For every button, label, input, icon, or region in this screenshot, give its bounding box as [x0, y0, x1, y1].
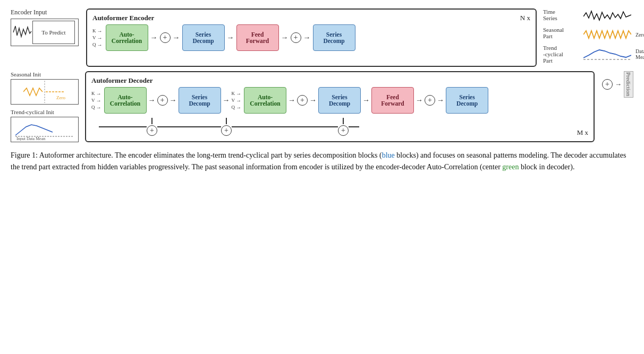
v-arrow: → — [97, 35, 103, 41]
trend-init-box: Input Data Mean — [11, 117, 79, 142]
encoder-input-box: To Predict — [11, 19, 79, 46]
k-label: K — [92, 28, 96, 33]
encoder-block: Autoformer Encoder N x K→ V→ Q→ Auto-Cor… — [86, 8, 537, 67]
encoder-input-panel: Encoder Input To Predict — [11, 8, 80, 46]
kvq-block-enc: K→ V→ Q→ — [92, 28, 103, 48]
top-row: Encoder Input To Predict Autoformer Enco… — [11, 8, 633, 67]
v-dec-1: V — [91, 98, 95, 103]
auto-corr-dec-2: Auto-Correlation — [244, 87, 286, 114]
q-arrow: → — [97, 42, 103, 48]
pred-plus-row: + → Prediction — [602, 71, 633, 98]
kvq-block-dec-1: K→ V→ Q→ — [91, 91, 101, 110]
encoder-inner: K→ V→ Q→ Auto-Correlation → + → SeriesDe… — [92, 24, 530, 51]
vert-line-3 — [343, 118, 344, 124]
caption-text-3: block in decoder). — [519, 163, 574, 171]
seasonal-init-box: Zero — [11, 79, 79, 105]
line-3 — [232, 126, 338, 127]
pred-arrow: → — [615, 80, 622, 89]
plus-1-enc: + — [160, 32, 171, 43]
caption: Figure 1: Autoformer architecture. The e… — [11, 150, 627, 172]
caption-blue-word: blue — [382, 151, 395, 159]
decoder-inner: K→ V→ Q→ Auto-Correlation → + → SeriesDe… — [91, 87, 588, 114]
seasonal-init-label: Seasonal Init — [11, 71, 80, 77]
legend-block: TimeSeries SeasonalPart Zero — [543, 8, 633, 64]
line-4 — [349, 126, 359, 127]
feed-forward-enc: FeedForward — [236, 24, 279, 51]
kvq-block-dec-2: K→ V→ Q→ — [232, 91, 242, 110]
legend-time-label: TimeSeries — [543, 8, 580, 21]
to-predict-label: To Predict — [41, 29, 65, 36]
encoder-title: Autoformer Encoder — [92, 14, 154, 22]
encoder-input-label: Encoder Input — [11, 8, 47, 16]
decoder-block: Autoformer Decoder M x K→ V→ Q→ Auto-Cor… — [85, 71, 595, 142]
k-arrow: → — [97, 28, 103, 34]
feed-forward-dec: FeedForward — [371, 87, 414, 114]
q-dec-1: Q — [91, 105, 95, 110]
line-1 — [99, 126, 147, 127]
prediction-col: + → Prediction — [602, 71, 633, 98]
series-decomp-dec-1: SeriesDecomp — [179, 87, 221, 114]
legend-time-series: TimeSeries — [543, 8, 633, 24]
trend-init-label: Trend-cyclical Init — [11, 109, 80, 115]
legend-trend: Trend-cyclicalPart DataMean — [543, 45, 633, 64]
legend-trend-label: Trend-cyclicalPart — [543, 45, 580, 64]
down-plus-1: + — [147, 118, 157, 136]
caption-green-word: green — [502, 163, 519, 171]
arrow-1-enc: → — [150, 33, 158, 42]
legend-time-chart — [583, 8, 633, 24]
trend-accumulation-row: + + + — [91, 118, 588, 136]
legend-seasonal-label: SeasonalPart — [543, 27, 580, 39]
decoder-inputs: Seasonal Init Zero Trend-cyclical Init — [11, 71, 80, 142]
plus-3-dec: + — [425, 95, 435, 106]
series-decomp-enc-1: SeriesDecomp — [182, 24, 225, 51]
caption-text-1: Figure 1: Autoformer architecture. The e… — [11, 151, 382, 159]
plus-2-dec: + — [297, 95, 308, 106]
plus-bot-2: + — [221, 125, 232, 136]
svg-text:Zero: Zero — [56, 95, 65, 100]
seasonal-init-section: Seasonal Init Zero — [11, 71, 80, 105]
down-plus-3: + — [338, 118, 349, 136]
plus-bot-1: + — [147, 125, 157, 136]
legend-seasonal-chart — [583, 27, 631, 42]
q-label: Q — [92, 42, 96, 47]
down-plus-2: + — [221, 118, 232, 136]
to-predict-box: To Predict — [32, 21, 75, 44]
vert-line-2 — [226, 118, 227, 124]
arrow-2-enc: → — [173, 33, 180, 42]
plus-pred: + — [602, 79, 613, 90]
series-decomp-dec-3: SeriesDecomp — [446, 87, 488, 114]
plus-bot-3: + — [338, 125, 349, 136]
trend-init-section: Trend-cyclical Init Input Data Mean — [11, 109, 80, 142]
diagram-area: Encoder Input To Predict Autoformer Enco… — [11, 8, 633, 142]
line-2 — [157, 126, 221, 127]
series-decomp-dec-2: SeriesDecomp — [318, 87, 361, 114]
vert-line-1 — [151, 118, 152, 124]
legend-seasonal: SeasonalPart Zero — [543, 27, 633, 42]
bottom-row: Seasonal Init Zero Trend-cyclical Init — [11, 71, 633, 142]
auto-corr-enc: Auto-Correlation — [106, 24, 148, 51]
auto-corr-dec-1: Auto-Correlation — [104, 87, 147, 114]
encoder-wave-icon — [12, 21, 32, 44]
arrow-5-enc: → — [303, 33, 311, 42]
k-dec-1: K — [91, 91, 95, 96]
nx-label: N x — [520, 14, 530, 22]
prediction-label: Prediction — [624, 71, 633, 98]
plus-1-dec: + — [157, 95, 168, 106]
arrow-3-enc: → — [227, 33, 234, 42]
svg-text:Input Data Mean: Input Data Mean — [16, 136, 45, 141]
legend-trend-chart — [583, 45, 631, 61]
series-decomp-enc-2: SeriesDecomp — [313, 24, 355, 51]
decoder-title: Autoformer Decoder — [91, 76, 153, 84]
v-label: V — [92, 35, 96, 40]
legend-zero-label: Zero — [635, 32, 644, 38]
seasonal-init-wave: Zero — [23, 81, 66, 103]
mx-label: M x — [577, 128, 588, 137]
plus-2-enc: + — [291, 32, 301, 43]
legend-datamean-label: DataMean — [635, 48, 644, 60]
trend-init-wave: Input Data Mean — [14, 118, 75, 141]
arrow-4-enc: → — [281, 33, 289, 42]
